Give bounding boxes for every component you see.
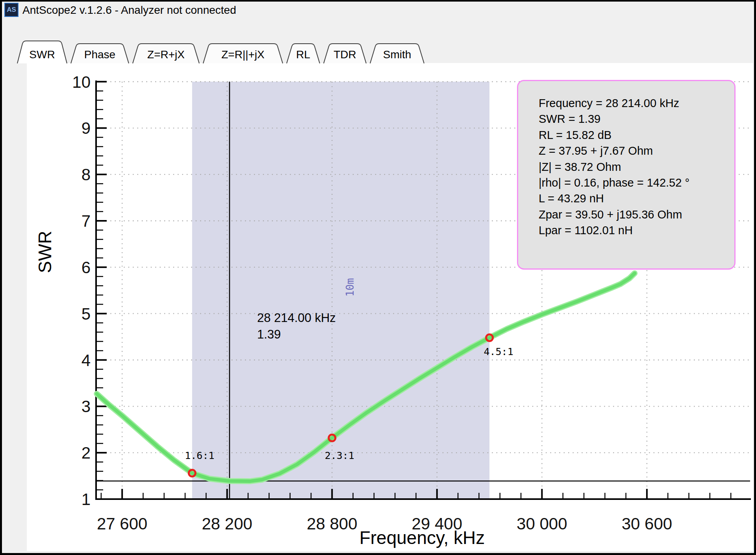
y-tick-label: 6 bbox=[82, 258, 91, 277]
antscope-window: AS AntScope2 v.1.2.6 - Analyzer not conn… bbox=[0, 0, 756, 555]
info-line: Z = 37.95 + j7.67 Ohm bbox=[539, 143, 729, 159]
info-line: Zpar = 39.50 + j195.36 Ohm bbox=[539, 207, 729, 222]
y-tick-label: 9 bbox=[82, 119, 91, 137]
tab-label: Z=R+jX bbox=[147, 48, 185, 61]
tab-bar: SWRPhaseZ=R+jXZ=R||+jXRLTDRSmith bbox=[17, 41, 424, 63]
x-axis-title: Frequency, kHz bbox=[359, 527, 485, 548]
tab-zrjx[interactable]: Z=R+jX bbox=[133, 44, 199, 63]
info-line: |rho| = 0.16, phase = 142.52 ° bbox=[539, 175, 729, 191]
x-tick-label: 30 000 bbox=[517, 514, 567, 533]
cursor-frequency-text: 28 214.00 kHz bbox=[257, 311, 336, 325]
tab-label: SWR bbox=[29, 48, 55, 61]
x-tick-label: 28 800 bbox=[307, 514, 357, 533]
y-tick-label: 5 bbox=[82, 305, 91, 323]
info-line: RL = 15.82 dB bbox=[539, 127, 729, 143]
y-tick-label: 7 bbox=[82, 212, 91, 230]
y-tick-label: 1 bbox=[82, 490, 91, 509]
tab-label: Smith bbox=[383, 48, 411, 61]
y-tick-label: 2 bbox=[82, 444, 91, 462]
y-tick-label: 3 bbox=[82, 397, 91, 416]
tab-label: RL bbox=[296, 48, 310, 61]
marker-label: 2.3:1 bbox=[325, 450, 354, 461]
tab-tdr[interactable]: TDR bbox=[324, 44, 366, 63]
y-axis-title: SWR bbox=[35, 231, 55, 273]
marker-label: 4.5:1 bbox=[484, 346, 513, 357]
info-line: Lpar = 1102.01 nH bbox=[539, 222, 729, 238]
info-line: SWR = 1.39 bbox=[539, 111, 729, 127]
y-tick-label: 8 bbox=[82, 165, 91, 184]
y-tick-label: 4 bbox=[82, 351, 91, 370]
x-tick-label: 28 200 bbox=[202, 514, 252, 533]
tab-label: Phase bbox=[84, 48, 115, 61]
marker-label: 1.6:1 bbox=[185, 450, 214, 461]
cursor-swr-text: 1.39 bbox=[257, 327, 281, 341]
x-tick-label: 27 600 bbox=[97, 514, 147, 533]
tab-smith[interactable]: Smith bbox=[370, 44, 424, 63]
tab-phase[interactable]: Phase bbox=[71, 44, 129, 63]
info-line: |Z| = 38.72 Ohm bbox=[539, 159, 729, 175]
tab-label: Z=R||+jX bbox=[221, 48, 265, 61]
tab-swr[interactable]: SWR bbox=[17, 41, 67, 63]
info-line: Frequency = 28 214.00 kHz bbox=[539, 95, 729, 111]
tab-zrjx[interactable]: Z=R||+jX bbox=[203, 44, 283, 63]
measurement-info-box: Frequency = 28 214.00 kHzSWR = 1.39RL = … bbox=[517, 80, 736, 270]
tab-label: TDR bbox=[334, 48, 356, 61]
tab-rl[interactable]: RL bbox=[287, 44, 320, 63]
y-tick-label: 10 bbox=[72, 73, 91, 91]
x-tick-label: 30 600 bbox=[622, 514, 672, 533]
info-line: L = 43.29 nH bbox=[539, 191, 729, 206]
